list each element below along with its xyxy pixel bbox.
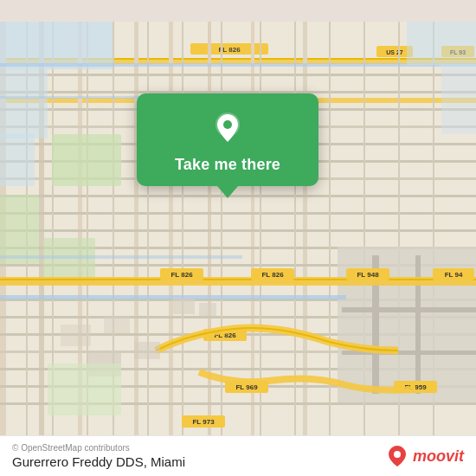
svg-rect-87 [61, 325, 91, 346]
svg-rect-46 [294, 22, 296, 454]
svg-rect-56 [52, 134, 121, 186]
svg-rect-13 [134, 22, 138, 454]
svg-rect-53 [0, 134, 35, 186]
svg-rect-58 [43, 238, 95, 281]
svg-rect-27 [0, 229, 476, 232]
svg-rect-57 [0, 195, 39, 264]
svg-text:FL 826: FL 826 [261, 271, 284, 279]
bottom-bar: © OpenStreetMap contributors Gurerrero F… [0, 435, 476, 476]
location-name: Gurerrero Freddy DDS, Miami [12, 454, 185, 469]
svg-rect-64 [0, 277, 476, 286]
svg-rect-17 [303, 22, 307, 454]
popup-card: Take me there [137, 93, 318, 186]
svg-point-94 [223, 120, 232, 129]
svg-text:FL 973: FL 973 [192, 418, 215, 426]
location-pin-icon [209, 109, 247, 147]
svg-rect-54 [0, 63, 476, 67]
svg-rect-55 [0, 96, 156, 99]
svg-rect-61 [415, 255, 421, 394]
svg-text:US 27: US 27 [386, 49, 403, 55]
take-me-there-button[interactable]: Take me there [175, 156, 280, 174]
map-background: FL 826 US 27 FL 93 [0, 0, 476, 476]
svg-text:FL 826: FL 826 [170, 271, 193, 279]
moovit-icon [385, 444, 409, 468]
svg-rect-62 [342, 307, 476, 312]
svg-rect-18 [0, 74, 476, 76]
svg-rect-44 [221, 22, 222, 454]
svg-rect-83 [0, 255, 242, 259]
svg-point-95 [394, 451, 401, 458]
svg-rect-51 [0, 22, 113, 69]
moovit-logo: moovit [385, 444, 464, 468]
svg-rect-43 [182, 22, 183, 454]
svg-rect-25 [0, 195, 476, 197]
svg-rect-86 [104, 316, 130, 333]
osm-attribution: © OpenStreetMap contributors [12, 443, 185, 453]
bottom-bar-info: © OpenStreetMap contributors Gurerrero F… [12, 443, 185, 469]
svg-text:FL 948: FL 948 [357, 271, 379, 279]
svg-rect-89 [134, 342, 160, 359]
map-container: FL 826 US 27 FL 93 [0, 0, 476, 476]
svg-rect-14 [169, 22, 173, 454]
svg-text:FL 94: FL 94 [445, 271, 463, 279]
svg-rect-91 [407, 22, 476, 65]
svg-rect-42 [147, 22, 149, 454]
moovit-label: moovit [413, 447, 464, 466]
svg-rect-15 [208, 22, 211, 454]
svg-rect-85 [199, 303, 216, 316]
svg-rect-52 [0, 69, 48, 138]
svg-rect-65 [0, 279, 476, 280]
svg-rect-47 [329, 22, 331, 454]
svg-rect-84 [173, 299, 195, 314]
svg-rect-26 [0, 212, 476, 215]
svg-rect-92 [441, 65, 476, 134]
svg-rect-90 [48, 363, 121, 415]
